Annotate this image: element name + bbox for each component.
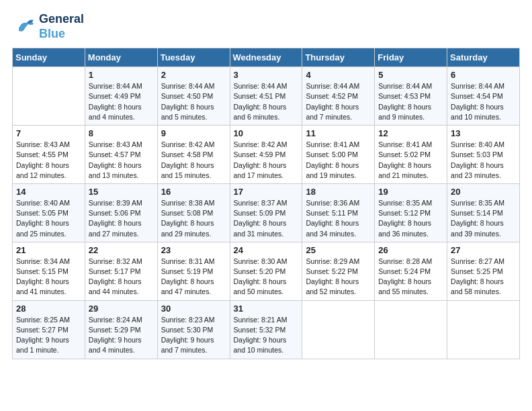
calendar-cell: 28Sunrise: 8:25 AMSunset: 5:27 PMDayligh… bbox=[13, 300, 85, 359]
calendar-cell bbox=[13, 67, 85, 126]
calendar-cell: 9Sunrise: 8:42 AMSunset: 4:58 PMDaylight… bbox=[157, 126, 230, 184]
day-number: 23 bbox=[161, 245, 226, 255]
day-number: 11 bbox=[306, 128, 371, 138]
day-info: Sunrise: 8:44 AMSunset: 4:51 PMDaylight:… bbox=[234, 81, 299, 122]
calendar-cell: 31Sunrise: 8:21 AMSunset: 5:32 PMDayligh… bbox=[230, 300, 302, 359]
calendar-cell: 21Sunrise: 8:34 AMSunset: 5:15 PMDayligh… bbox=[13, 242, 85, 300]
calendar-day-header: Friday bbox=[375, 48, 447, 67]
day-number: 31 bbox=[234, 304, 299, 314]
day-info: Sunrise: 8:25 AMSunset: 5:27 PMDaylight:… bbox=[16, 315, 81, 356]
calendar-cell: 5Sunrise: 8:44 AMSunset: 4:53 PMDaylight… bbox=[375, 67, 447, 126]
day-number: 9 bbox=[161, 128, 226, 138]
calendar-day-header: Saturday bbox=[447, 48, 520, 67]
day-info: Sunrise: 8:35 AMSunset: 5:12 PMDaylight:… bbox=[378, 198, 443, 239]
calendar-cell: 8Sunrise: 8:43 AMSunset: 4:57 PMDaylight… bbox=[85, 126, 157, 184]
calendar-cell: 18Sunrise: 8:36 AMSunset: 5:11 PMDayligh… bbox=[302, 183, 375, 242]
day-number: 21 bbox=[16, 245, 81, 255]
day-number: 18 bbox=[306, 187, 371, 197]
day-info: Sunrise: 8:41 AMSunset: 5:02 PMDaylight:… bbox=[378, 140, 443, 181]
day-info: Sunrise: 8:37 AMSunset: 5:09 PMDaylight:… bbox=[234, 198, 299, 239]
calendar-table: SundayMondayTuesdayWednesdayThursdayFrid… bbox=[12, 48, 520, 359]
day-number: 10 bbox=[234, 128, 299, 138]
calendar-cell: 24Sunrise: 8:30 AMSunset: 5:20 PMDayligh… bbox=[230, 242, 302, 300]
day-info: Sunrise: 8:23 AMSunset: 5:30 PMDaylight:… bbox=[161, 315, 226, 356]
day-number: 4 bbox=[306, 70, 371, 80]
day-number: 24 bbox=[234, 245, 299, 255]
day-number: 17 bbox=[234, 187, 299, 197]
day-number: 30 bbox=[161, 304, 226, 314]
day-info: Sunrise: 8:44 AMSunset: 4:53 PMDaylight:… bbox=[378, 81, 443, 122]
day-info: Sunrise: 8:43 AMSunset: 4:55 PMDaylight:… bbox=[16, 140, 81, 181]
calendar-cell: 19Sunrise: 8:35 AMSunset: 5:12 PMDayligh… bbox=[375, 183, 447, 242]
logo: General Blue bbox=[12, 12, 84, 41]
calendar-cell: 14Sunrise: 8:40 AMSunset: 5:05 PMDayligh… bbox=[13, 183, 85, 242]
calendar-cell: 25Sunrise: 8:29 AMSunset: 5:22 PMDayligh… bbox=[302, 242, 375, 300]
logo-text: General Blue bbox=[39, 12, 84, 41]
day-info: Sunrise: 8:24 AMSunset: 5:29 PMDaylight:… bbox=[89, 315, 154, 356]
day-number: 20 bbox=[451, 187, 516, 197]
calendar-day-header: Monday bbox=[85, 48, 157, 67]
day-info: Sunrise: 8:41 AMSunset: 5:00 PMDaylight:… bbox=[306, 140, 371, 181]
day-info: Sunrise: 8:44 AMSunset: 4:50 PMDaylight:… bbox=[161, 81, 226, 122]
calendar-cell: 20Sunrise: 8:35 AMSunset: 5:14 PMDayligh… bbox=[447, 183, 520, 242]
calendar-cell: 16Sunrise: 8:38 AMSunset: 5:08 PMDayligh… bbox=[157, 183, 230, 242]
calendar-day-header: Tuesday bbox=[157, 48, 230, 67]
day-number: 7 bbox=[16, 128, 81, 138]
day-number: 28 bbox=[16, 304, 81, 314]
day-number: 2 bbox=[161, 70, 226, 80]
calendar-cell: 1Sunrise: 8:44 AMSunset: 4:49 PMDaylight… bbox=[85, 67, 157, 126]
day-number: 25 bbox=[306, 245, 371, 255]
day-number: 15 bbox=[89, 187, 154, 197]
calendar-cell: 6Sunrise: 8:44 AMSunset: 4:54 PMDaylight… bbox=[447, 67, 520, 126]
day-info: Sunrise: 8:44 AMSunset: 4:54 PMDaylight:… bbox=[451, 81, 516, 122]
calendar-cell: 12Sunrise: 8:41 AMSunset: 5:02 PMDayligh… bbox=[375, 126, 447, 184]
day-info: Sunrise: 8:32 AMSunset: 5:17 PMDaylight:… bbox=[89, 257, 154, 298]
calendar-cell: 27Sunrise: 8:27 AMSunset: 5:25 PMDayligh… bbox=[447, 242, 520, 300]
day-info: Sunrise: 8:30 AMSunset: 5:20 PMDaylight:… bbox=[234, 257, 299, 298]
day-number: 26 bbox=[378, 245, 443, 255]
day-info: Sunrise: 8:42 AMSunset: 4:59 PMDaylight:… bbox=[234, 140, 299, 181]
day-info: Sunrise: 8:44 AMSunset: 4:52 PMDaylight:… bbox=[306, 81, 371, 122]
day-info: Sunrise: 8:21 AMSunset: 5:32 PMDaylight:… bbox=[234, 315, 299, 356]
calendar-day-header: Wednesday bbox=[230, 48, 302, 67]
day-info: Sunrise: 8:40 AMSunset: 5:05 PMDaylight:… bbox=[16, 198, 81, 239]
calendar-cell: 7Sunrise: 8:43 AMSunset: 4:55 PMDaylight… bbox=[13, 126, 85, 184]
calendar-cell: 13Sunrise: 8:40 AMSunset: 5:03 PMDayligh… bbox=[447, 126, 520, 184]
calendar-cell: 23Sunrise: 8:31 AMSunset: 5:19 PMDayligh… bbox=[157, 242, 230, 300]
calendar-day-header: Thursday bbox=[302, 48, 375, 67]
calendar-day-header: Sunday bbox=[13, 48, 85, 67]
calendar-cell: 30Sunrise: 8:23 AMSunset: 5:30 PMDayligh… bbox=[157, 300, 230, 359]
day-info: Sunrise: 8:29 AMSunset: 5:22 PMDaylight:… bbox=[306, 257, 371, 298]
day-number: 27 bbox=[451, 245, 516, 255]
calendar-cell: 4Sunrise: 8:44 AMSunset: 4:52 PMDaylight… bbox=[302, 67, 375, 126]
calendar-cell: 11Sunrise: 8:41 AMSunset: 5:00 PMDayligh… bbox=[302, 126, 375, 184]
calendar-cell: 10Sunrise: 8:42 AMSunset: 4:59 PMDayligh… bbox=[230, 126, 302, 184]
header: General Blue bbox=[12, 12, 520, 41]
calendar-cell bbox=[302, 300, 375, 359]
day-info: Sunrise: 8:36 AMSunset: 5:11 PMDaylight:… bbox=[306, 198, 371, 239]
day-info: Sunrise: 8:34 AMSunset: 5:15 PMDaylight:… bbox=[16, 257, 81, 298]
day-number: 16 bbox=[161, 187, 226, 197]
day-number: 5 bbox=[378, 70, 443, 80]
calendar-cell: 15Sunrise: 8:39 AMSunset: 5:06 PMDayligh… bbox=[85, 183, 157, 242]
day-number: 29 bbox=[89, 304, 154, 314]
day-info: Sunrise: 8:38 AMSunset: 5:08 PMDaylight:… bbox=[161, 198, 226, 239]
day-number: 3 bbox=[234, 70, 299, 80]
calendar-cell: 3Sunrise: 8:44 AMSunset: 4:51 PMDaylight… bbox=[230, 67, 302, 126]
day-info: Sunrise: 8:35 AMSunset: 5:14 PMDaylight:… bbox=[451, 198, 516, 239]
day-info: Sunrise: 8:43 AMSunset: 4:57 PMDaylight:… bbox=[89, 140, 154, 181]
day-info: Sunrise: 8:44 AMSunset: 4:49 PMDaylight:… bbox=[89, 81, 154, 122]
calendar-cell: 26Sunrise: 8:28 AMSunset: 5:24 PMDayligh… bbox=[375, 242, 447, 300]
day-number: 6 bbox=[451, 70, 516, 80]
calendar-cell: 17Sunrise: 8:37 AMSunset: 5:09 PMDayligh… bbox=[230, 183, 302, 242]
calendar-cell bbox=[375, 300, 447, 359]
day-info: Sunrise: 8:31 AMSunset: 5:19 PMDaylight:… bbox=[161, 257, 226, 298]
logo-icon bbox=[12, 15, 36, 39]
day-number: 13 bbox=[451, 128, 516, 138]
calendar-cell: 2Sunrise: 8:44 AMSunset: 4:50 PMDaylight… bbox=[157, 67, 230, 126]
calendar-cell bbox=[447, 300, 520, 359]
day-info: Sunrise: 8:42 AMSunset: 4:58 PMDaylight:… bbox=[161, 140, 226, 181]
day-info: Sunrise: 8:39 AMSunset: 5:06 PMDaylight:… bbox=[89, 198, 154, 239]
day-number: 22 bbox=[89, 245, 154, 255]
day-number: 12 bbox=[378, 128, 443, 138]
